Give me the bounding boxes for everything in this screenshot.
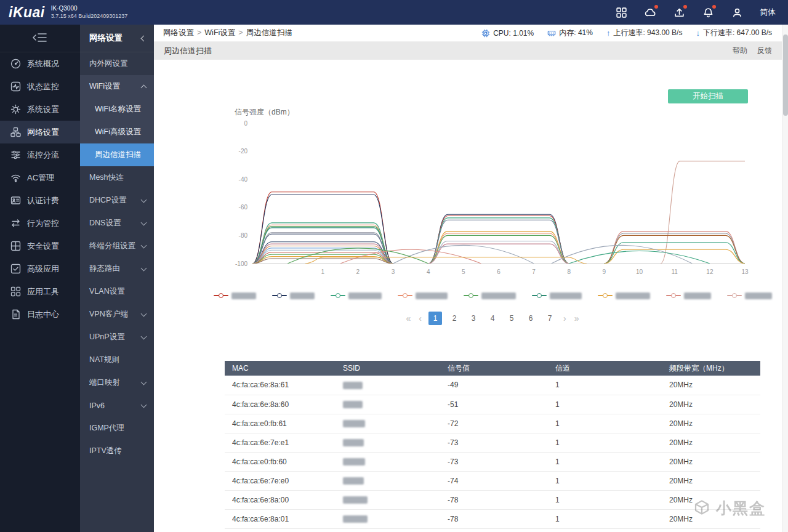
submenu-item-vpn-client[interactable]: VPN客户端 [80,303,154,326]
submenu-item-static-route[interactable]: 静态路由 [80,257,154,280]
legend-label-redacted [616,292,650,299]
submenu-item-iptv[interactable]: IPTV透传 [80,440,154,462]
legend-item[interactable] [464,292,516,299]
last-page-button[interactable]: » [573,313,581,323]
tools-icon [10,286,21,297]
submenu-item-port-mapping[interactable]: 端口映射 [80,371,154,394]
page-number-5[interactable]: 5 [505,312,518,325]
ssid-redacted [343,515,368,523]
scrollbar-thumb[interactable] [783,34,788,116]
submenu-item-nat[interactable]: NAT规则 [80,349,154,371]
submenu-item-dns[interactable]: DNS设置 [80,212,154,235]
legend-item[interactable] [598,292,650,299]
submenu-item-wan-lan[interactable]: 内外网设置 [80,52,154,75]
help-link[interactable]: 帮助 [733,46,747,56]
submenu-item-upnp[interactable]: UPnP设置 [80,326,154,349]
sidebar-item-log-center[interactable]: 日志中心 [0,303,80,326]
next-page-button[interactable]: › [562,313,568,323]
legend-marker-icon [727,293,742,298]
table-row: 4c:fa:ca:6e:8a:60 -51 1 20MHz [225,395,760,414]
stat-item: 内存: 41% [547,28,593,38]
sidebar-item-advanced-apps[interactable]: 高级应用 [0,257,80,280]
chevron-down-icon [141,310,147,316]
submenu-item-vlan[interactable]: VLAN设置 [80,280,154,303]
user-icon[interactable] [731,6,743,18]
page-number-4[interactable]: 4 [486,312,499,325]
submenu-item-channel-scan[interactable]: 周边信道扫描 [80,143,154,166]
main-sidebar: 系统概况 状态监控 系统设置 网络设置 流控分流 AC管理 认证计费 行为管控 … [0,25,80,532]
submenu-item-label: 静态路由 [89,264,120,274]
submenu-collapse-icon[interactable] [141,35,147,41]
breadcrumb-part[interactable]: 周边信道扫描 [246,28,292,37]
notification-badge [712,5,716,9]
bandwidth-cell: 20MHz [662,414,760,433]
table-row: 4c:fa:ca:e0:fb:60 -73 1 20MHz [225,452,760,471]
breadcrumb-part[interactable]: 网络设置 [163,28,194,37]
memory-icon [547,29,556,38]
bell-icon[interactable] [702,6,714,18]
legend-item[interactable] [727,292,772,299]
legend-item[interactable] [272,292,315,299]
sidebar-item-flow-control[interactable]: 流控分流 [0,143,80,166]
sidebar-item-ac-management[interactable]: AC管理 [0,166,80,189]
breadcrumb-part[interactable]: WiFi设置 [204,28,235,37]
ssid-redacted [343,477,364,485]
start-scan-button[interactable]: 开始扫描 [668,89,748,103]
ikuai-logo: iKuai [9,4,45,21]
legend-item[interactable] [398,292,448,299]
submenu-item-mesh[interactable]: Mesh快连 [80,166,154,189]
page-number-1[interactable]: 1 [428,312,442,325]
submenu-item-terminal-group[interactable]: 终端分组设置 [80,235,154,257]
page-number-6[interactable]: 6 [524,312,537,325]
sidebar-item-label: 状态监控 [27,81,59,92]
prev-page-button[interactable]: ‹ [417,313,423,323]
mac-cell: 4c:fa:ca:e0:fb:60 [225,452,336,471]
ssid-redacted [343,496,368,504]
legend-item[interactable] [666,292,711,299]
legend-item[interactable] [532,292,582,299]
cloud-icon[interactable] [644,6,656,18]
page-number-2[interactable]: 2 [448,312,461,325]
first-page-button[interactable]: « [405,313,412,323]
language-switch[interactable]: 简体 [760,7,776,18]
ssid-cell [336,509,440,528]
sidebar-item-network-settings[interactable]: 网络设置 [0,121,80,143]
channel-cell: 1 [548,471,662,490]
submenu-item-ipv6[interactable]: IPv6 [80,394,154,417]
signal-cell: -51 [440,395,548,414]
sidebar-item-security-settings[interactable]: 安全设置 [0,235,80,257]
sidebar-item-status-monitor[interactable]: 状态监控 [0,75,80,98]
submenu-item-label: WiFi高级设置 [95,127,141,137]
table-header-row: MACSSID信号值信道频段带宽（MHz） [225,361,760,376]
submenu-title-row: 网络设置 [80,25,154,52]
arrow-down-icon: ↓ [696,28,700,38]
sidebar-item-auth-billing[interactable]: 认证计费 [0,189,80,212]
sidebar-item-system-overview[interactable]: 系统概况 [0,52,80,75]
sidebar-item-behavior-control[interactable]: 行为管控 [0,212,80,235]
scan-button-row: 开始扫描 [225,89,760,103]
submenu-item-wifi-advanced[interactable]: WiFi高级设置 [80,121,154,143]
feedback-link[interactable]: 反馈 [757,46,772,56]
submenu-item-wifi-name[interactable]: WiFi名称设置 [80,98,154,121]
legend-item[interactable] [331,292,382,299]
sidebar-item-system-settings[interactable]: 系统设置 [0,98,80,121]
legend-label-redacted [348,292,382,299]
channel-cell: 1 [548,490,662,509]
column-header: SSID [336,361,440,376]
ssid-cell [336,471,440,490]
submenu-item-wifi-settings[interactable]: WiFi设置 [80,75,154,98]
page-number-7[interactable]: 7 [543,312,557,325]
table-row: 4c:fa:ca:6e:8a:61 -49 1 20MHz [225,376,760,395]
page-number-3[interactable]: 3 [467,312,480,325]
legend-item[interactable] [214,292,256,299]
apps-grid-icon[interactable] [615,6,627,18]
sidebar-item-app-tools[interactable]: 应用工具 [0,280,80,303]
upgrade-icon[interactable] [673,6,685,18]
submenu-item-label: 端口映射 [89,377,120,388]
svg-text:2: 2 [356,268,360,275]
network-icon [10,127,21,137]
submenu-item-igmp[interactable]: IGMP代理 [80,417,154,440]
submenu-item-dhcp[interactable]: DHCP设置 [80,189,154,212]
chevron-down-icon [141,196,147,203]
sidebar-collapse-button[interactable] [0,25,80,52]
